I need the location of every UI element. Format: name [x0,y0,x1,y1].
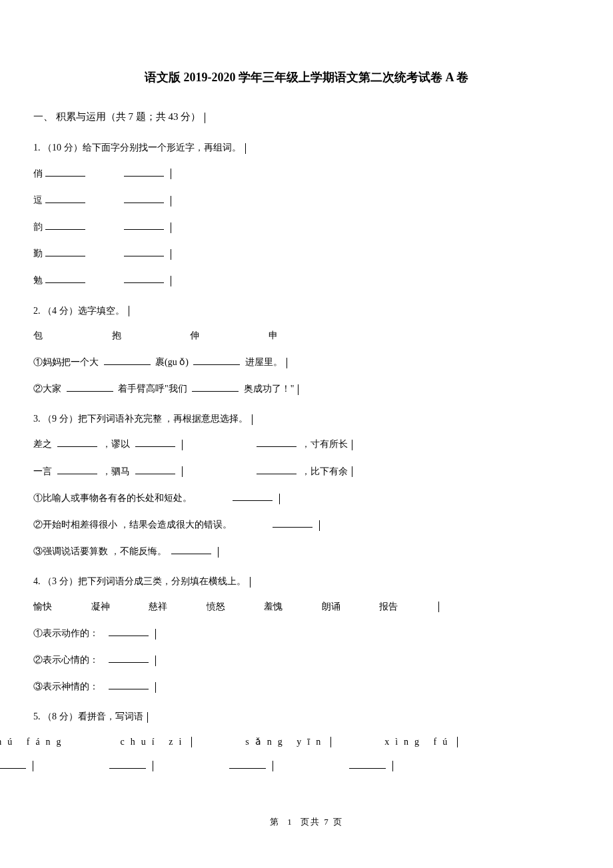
question-2: 2. （4 分）选字填空。 包 抱 伸 申 ①妈妈把一个大 裹(gu ǒ) 进屋… [33,302,580,398]
q2-prompt: 2. （4 分）选字填空。 [33,302,580,319]
q2-opt-b: 抱 [112,330,121,340]
section-header-text: 一、 积累与运用（共 7 题；共 43 分） [33,111,201,122]
question-4: 4. （3 分）把下列词语分成三类，分别填在横线上。 愉快 凝神 慈祥 愤怒 羞… [33,573,580,695]
blank-input[interactable] [109,757,146,769]
blank-input[interactable] [45,244,85,256]
q4-word-7: 报告 [379,598,398,615]
blank-input[interactable] [192,380,239,392]
blank-input[interactable] [124,191,164,203]
blank-input[interactable] [104,353,151,365]
q5-blank-row [0,757,580,774]
q3-l1-a: 差之 [33,439,52,449]
cursor-marker [250,577,251,588]
cursor-marker [153,761,153,771]
q5-py-2: chuí zi [121,737,188,747]
cursor-marker [245,143,246,154]
blank-input[interactable] [57,462,97,474]
cursor-marker [171,196,171,207]
blank-input[interactable] [257,462,297,474]
q2-l1-a: ①妈妈把一个大 [33,357,99,367]
blank-input[interactable] [109,677,149,689]
q4-line-1: ①表示动作的： [33,624,580,642]
cursor-marker [205,113,205,123]
q3-l2-c: ，比下有余 [301,466,348,476]
q4-l3-text: ③表示神情的： [33,681,99,691]
blank-input[interactable] [233,489,273,501]
footer-pre: 第 [270,817,280,827]
cursor-marker [147,712,148,723]
blank-input[interactable] [229,757,266,769]
blank-input[interactable] [349,757,386,769]
q4-line-2: ②表示心情的： [33,651,580,668]
blank-input[interactable] [45,191,85,203]
q3-line-2: 一言 ，驷马 ，比下有余 [33,462,580,480]
blank-input[interactable] [0,757,26,769]
q1-line-4: 勤 [33,244,580,262]
q4-word-5: 羞愧 [264,598,283,615]
q4-word-6: 朗诵 [322,598,340,615]
cursor-marker [438,602,439,612]
blank-input[interactable] [124,244,164,256]
q1-line-3: 韵 [33,218,580,235]
cursor-marker [171,276,171,286]
cursor-marker [352,440,352,450]
blank-input[interactable] [193,353,240,365]
q4-line-3: ③表示神情的： [33,677,580,695]
q3-desc-1: ①比喻人或事物各有各的长处和短处。 [33,489,580,506]
q4-word-1: 愉快 [33,598,52,615]
q1-char-4: 勤 [33,248,43,258]
blank-input[interactable] [57,435,97,447]
q2-l1-c: 进屋里。 [245,357,283,367]
cursor-marker [273,761,273,771]
q2-l2-b: 着手臂高呼"我们 [118,384,187,394]
cursor-marker [287,358,287,368]
footer-post: 页共 7 页 [301,817,343,827]
blank-input[interactable] [124,271,164,283]
blank-input[interactable] [109,624,149,636]
q2-prompt-text: 2. （4 分）选字填空。 [33,306,125,316]
page-title: 语文版 2019-2020 学年三年级上学期语文第二次统考试卷 A 卷 [33,67,580,88]
cursor-marker [319,520,320,531]
q2-line-1: ①妈妈把一个大 裹(gu ǒ) 进屋里。 [33,353,580,370]
q3-l2-a: 一言 [33,466,52,476]
q3-desc3-text: ③强调说话要算数 ，不能反悔。 [33,546,167,556]
q4-l1-text: ①表示动作的： [33,628,99,638]
cursor-marker [155,629,156,640]
cursor-marker [252,414,253,425]
blank-input[interactable] [124,218,164,230]
cursor-marker [457,737,458,747]
q2-options: 包 抱 伸 申 [33,327,580,344]
q4-word-2: 凝神 [91,598,110,615]
blank-input[interactable] [257,435,297,447]
q2-opt-a: 包 [33,330,43,340]
q1-prompt-text: 1. （10 分）给下面字分别找一个形近字，再组词。 [33,143,241,153]
cursor-marker [155,655,156,666]
q1-line-2: 逗 [33,191,580,209]
q3-prompt: 3. （9 分）把下列词语补充完整 ，再根据意思选择。 [33,410,580,427]
blank-input[interactable] [109,651,149,663]
cursor-marker [218,547,219,558]
blank-input[interactable] [45,165,85,177]
q4-words: 愉快 凝神 慈祥 愤怒 羞愧 朗诵 报告 [33,598,580,615]
q1-char-2: 逗 [33,195,43,205]
blank-input[interactable] [45,271,85,283]
blank-input[interactable] [67,380,113,392]
cursor-marker [191,737,192,747]
q4-prompt-text: 4. （3 分）把下列词语分成三类，分别填在横线上。 [33,576,246,586]
blank-input[interactable] [171,542,211,554]
q3-desc1-text: ①比喻人或事物各有各的长处和短处。 [33,493,192,503]
cursor-marker [155,682,156,693]
blank-input[interactable] [135,462,175,474]
q5-pinyin-row: chú fáng chuí zi sǎng yīn xìng fú [0,733,580,750]
cursor-marker [330,737,331,747]
blank-input[interactable] [135,435,175,447]
blank-input[interactable] [124,165,164,177]
q2-l2-a: ②大家 [33,384,61,394]
q4-word-3: 慈祥 [149,598,167,615]
q2-l1-b: 裹(gu ǒ) [155,357,189,367]
q5-prompt: 5. （8 分）看拼音，写词语 [33,708,580,725]
cursor-marker [352,466,352,477]
blank-input[interactable] [45,218,85,230]
blank-input[interactable] [273,516,312,528]
question-5: 5. （8 分）看拼音，写词语 chú fáng chuí zi sǎng yī… [33,708,580,774]
